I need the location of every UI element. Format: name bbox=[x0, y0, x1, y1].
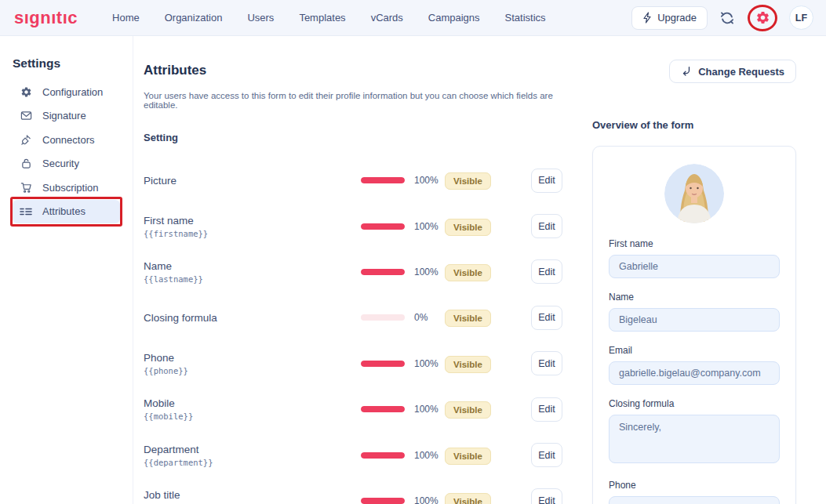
edit-button[interactable]: Edit bbox=[531, 443, 562, 467]
nav-item-label: Templates bbox=[299, 12, 345, 24]
edit-button[interactable]: Edit bbox=[531, 306, 562, 330]
cart-icon bbox=[20, 181, 32, 194]
upgrade-label: Upgrade bbox=[657, 12, 697, 24]
attribute-variable: {{department}} bbox=[144, 458, 361, 467]
sidebar-item-connectors[interactable]: Connectors bbox=[13, 128, 120, 152]
nav-item-label: vCards bbox=[371, 12, 403, 24]
nav-item[interactable]: vCards bbox=[369, 9, 405, 27]
nav-item[interactable]: Statistics bbox=[504, 9, 548, 27]
attribute-progress-bar bbox=[361, 361, 405, 367]
attribute-percent: 100% bbox=[414, 358, 445, 369]
attribute-progress-bar bbox=[361, 314, 405, 321]
sync-button[interactable] bbox=[719, 9, 736, 27]
form-field: Name bbox=[609, 292, 780, 332]
edit-button[interactable]: Edit bbox=[531, 397, 562, 422]
edit-button[interactable]: Edit bbox=[531, 169, 562, 193]
form-input-closing-formula[interactable]: Sincerely, bbox=[609, 415, 780, 463]
sync-icon bbox=[719, 9, 736, 27]
attribute-label: Picture bbox=[144, 175, 361, 187]
user-avatar[interactable]: LF bbox=[789, 5, 813, 30]
form-field-label: Email bbox=[609, 345, 780, 356]
attribute-progress-bar bbox=[361, 223, 405, 230]
change-requests-button[interactable]: Change Requests bbox=[669, 60, 796, 83]
settings-gear-button[interactable] bbox=[755, 10, 770, 25]
attribute-label: Name bbox=[144, 260, 361, 272]
attribute-row: Department {{department}} 100% Visible E… bbox=[144, 432, 562, 477]
setting-column-header: Setting bbox=[144, 132, 562, 143]
sidebar-item-signature[interactable]: Signature bbox=[13, 104, 120, 129]
progress-fill bbox=[361, 406, 405, 412]
overview-panel: Overview of the form First nam bbox=[592, 119, 796, 504]
visibility-status-badge: Visible bbox=[445, 172, 491, 190]
edit-button[interactable]: Edit bbox=[531, 214, 562, 238]
edit-button[interactable]: Edit bbox=[531, 351, 562, 375]
sidebar-item-attributes[interactable]: Attributes bbox=[13, 200, 120, 224]
attribute-label: Closing formula bbox=[144, 312, 361, 324]
attribute-variable: {{firstname}} bbox=[144, 229, 361, 238]
nav-item-label: Campaigns bbox=[428, 12, 480, 24]
sidebar-item-label: Configuration bbox=[42, 86, 103, 98]
nav-item-label: Statistics bbox=[505, 12, 546, 24]
overview-title: Overview of the form bbox=[592, 119, 796, 131]
sidebar-item-subscription[interactable]: Subscription bbox=[13, 176, 120, 200]
page-title: Attributes bbox=[144, 63, 562, 78]
progress-fill bbox=[361, 177, 405, 183]
nav-item[interactable]: Users bbox=[246, 9, 275, 27]
form-input-first-name[interactable] bbox=[609, 255, 780, 278]
edit-button[interactable]: Edit bbox=[531, 488, 562, 504]
topbar-actions: Upgrade LF bbox=[631, 4, 813, 32]
visibility-status-badge: Visible bbox=[445, 219, 491, 236]
visibility-status-badge: Visible bbox=[445, 264, 491, 281]
lightning-icon bbox=[642, 12, 652, 24]
sidebar-item-security[interactable]: Security bbox=[13, 152, 120, 176]
attribute-variable: {{lastname}} bbox=[144, 274, 361, 284]
attribute-label: Phone bbox=[144, 352, 361, 364]
sidebar-item-label: Security bbox=[42, 158, 79, 169]
edit-button[interactable]: Edit bbox=[531, 259, 562, 284]
lock-icon bbox=[20, 158, 32, 170]
form-input-phone[interactable] bbox=[609, 496, 780, 504]
attribute-percent: 100% bbox=[414, 404, 445, 415]
form-field: Email bbox=[609, 345, 780, 385]
form-field-label: First name bbox=[609, 238, 780, 249]
attribute-percent: 100% bbox=[414, 267, 445, 277]
attribute-label: Mobile bbox=[144, 397, 361, 409]
form-input-email[interactable] bbox=[609, 361, 780, 385]
attribute-label: Job title bbox=[144, 489, 361, 501]
visibility-status-badge: Visible bbox=[445, 448, 491, 465]
nav-item-label: Users bbox=[247, 12, 274, 24]
attribute-percent: 100% bbox=[414, 221, 445, 232]
main-content: Attributes Your users have access to thi… bbox=[144, 36, 562, 504]
nav-item[interactable]: Home bbox=[111, 9, 141, 27]
overview-fields: First name Name Email Closing formula Si… bbox=[609, 238, 780, 504]
attribute-row: Picture 100% Visible Edit bbox=[144, 158, 562, 203]
attribute-progress-bar bbox=[361, 269, 405, 275]
attribute-variable: {{mobile}} bbox=[144, 412, 361, 421]
logo[interactable]: sıgnıtıc bbox=[14, 8, 78, 28]
attribute-progress-bar bbox=[361, 452, 405, 459]
upgrade-button[interactable]: Upgrade bbox=[631, 6, 708, 30]
nav-item[interactable]: Templates bbox=[297, 9, 347, 27]
gear-icon bbox=[20, 85, 32, 98]
attribute-label: First name bbox=[144, 215, 361, 227]
progress-fill bbox=[361, 361, 405, 367]
list-icon bbox=[20, 205, 32, 218]
nav-item[interactable]: Campaigns bbox=[427, 9, 482, 27]
visibility-status-badge: Visible bbox=[445, 356, 491, 373]
visibility-status-badge: Visible bbox=[445, 401, 491, 419]
form-field-label: Phone bbox=[609, 480, 780, 491]
gear-icon bbox=[755, 10, 770, 25]
attribute-percent: 0% bbox=[414, 312, 445, 323]
progress-fill bbox=[361, 452, 405, 459]
sidebar-item-configuration[interactable]: Configuration bbox=[13, 80, 120, 104]
nav-item[interactable]: Organization bbox=[163, 9, 224, 27]
app-window: sıgnıtıc Home Organization Users Templat… bbox=[0, 0, 826, 504]
topbar: sıgnıtıc Home Organization Users Templat… bbox=[0, 0, 826, 36]
form-input-name[interactable] bbox=[609, 308, 780, 332]
attribute-variable: {{phone}} bbox=[144, 366, 361, 375]
visibility-status-badge: Visible bbox=[445, 310, 491, 327]
attribute-row: Mobile {{mobile}} 100% Visible Edit bbox=[144, 386, 562, 432]
nav-item-label: Home bbox=[112, 12, 140, 24]
attribute-rows: Picture 100% Visible Edit First name {{f… bbox=[144, 158, 562, 504]
sidebar-item-label: Subscription bbox=[42, 182, 99, 194]
